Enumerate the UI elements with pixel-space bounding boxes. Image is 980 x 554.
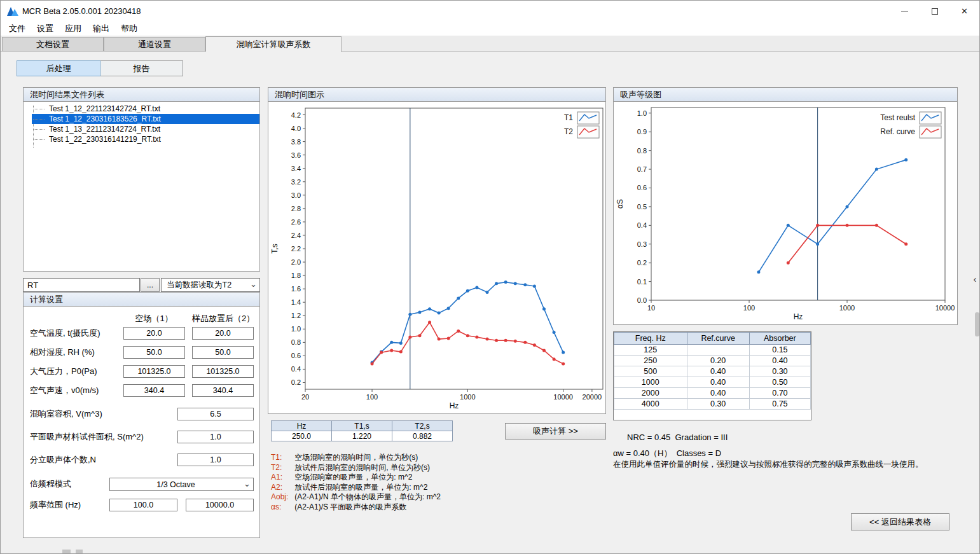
tab-reverb-absorption[interactable]: 混响室计算吸声系数 xyxy=(205,36,342,52)
rt-cursor-table-header: HzT1,sT2,s xyxy=(272,421,453,431)
table-row[interactable]: 2500.200.40 xyxy=(614,356,811,366)
x-axis-label: Hz xyxy=(450,401,459,410)
menu-settings[interactable]: 设置 xyxy=(31,22,59,36)
setting-input-empty-room[interactable] xyxy=(123,327,185,340)
data-point xyxy=(399,342,403,345)
x-axis-label: Hz xyxy=(794,312,803,321)
table-row[interactable]: 10000.400.50 xyxy=(614,377,811,388)
data-point xyxy=(553,357,556,361)
absorption-chart[interactable]: 0.00.10.20.30.40.50.60.70.80.91.01010010… xyxy=(614,102,957,324)
absorption-note-text: 在使用此单值评价量的时候，强烈建议与按照标准获得的完整的吸声系数曲线一块使用。 xyxy=(613,459,923,470)
data-read-select[interactable]: 当前数据读取为T2 ⌄ xyxy=(161,278,260,292)
column-header-with-sample: 样品放置后（2） xyxy=(188,313,259,324)
setting-label: 平面吸声材料试件面积, S(m^2) xyxy=(30,431,144,443)
data-point xyxy=(787,261,790,265)
data-point xyxy=(438,338,441,341)
setting-input-empty-room[interactable] xyxy=(123,346,185,359)
file-list-item[interactable]: Test 1_13_221123142724_RT.txt xyxy=(32,124,259,134)
app-icon xyxy=(6,5,19,17)
browse-button[interactable]: ... xyxy=(141,278,160,292)
calc-setting-row: 分立吸声体个数,N xyxy=(24,454,259,467)
rt-file-list[interactable]: Test 1_12_221123142724_RT.txtTest 1_12_2… xyxy=(24,102,259,271)
nrc-result-text: NRC = 0.45 Gradation = III xyxy=(627,433,728,442)
table-cell: 0.40 xyxy=(687,377,749,388)
table-cell: 4000 xyxy=(614,399,687,410)
window-title: MCR Beta 2.05.0.001 20230418 xyxy=(22,6,141,16)
setting-input-empty-room[interactable] xyxy=(123,384,185,397)
scrollbar-thumb[interactable] xyxy=(975,312,979,336)
back-to-results-button[interactable]: << 返回结果表格 xyxy=(851,513,949,530)
tab-channel-settings[interactable]: 通道设置 xyxy=(104,37,205,52)
setting-label: 大气压力，P0(Pa) xyxy=(30,365,97,378)
data-point xyxy=(408,335,411,338)
svg-text:100: 100 xyxy=(743,304,755,312)
chevron-down-icon: ⌄ xyxy=(244,479,251,488)
data-point xyxy=(447,307,450,310)
table-row[interactable]: 1250.15 xyxy=(614,345,811,356)
close-button[interactable]: ✕ xyxy=(949,1,979,22)
table-cell: 250 xyxy=(614,356,687,366)
collapse-panel-icon[interactable]: ‹ xyxy=(970,272,980,287)
table-row[interactable]: 40000.300.75 xyxy=(614,399,811,410)
svg-text:3.0: 3.0 xyxy=(291,191,301,199)
absorption-chart-title: 吸声等级图 xyxy=(614,88,957,102)
legend-label: T2 xyxy=(564,127,573,136)
cursor-value: 0.882 xyxy=(392,431,453,441)
rt-name-input[interactable] xyxy=(23,278,140,292)
column-header: T2,s xyxy=(392,421,453,431)
data-point xyxy=(514,340,517,343)
data-point xyxy=(428,321,431,324)
table-row[interactable]: 20000.400.70 xyxy=(614,388,811,399)
legend-note-line: Aobj: (A2-A1)/N 单个物体的吸声量，单位为: m^2 xyxy=(271,492,487,502)
setting-input-single[interactable] xyxy=(177,408,254,420)
file-list-item[interactable]: Test 1_12_230316183526_RT.txt xyxy=(32,114,259,124)
absorption-calc-button[interactable]: 吸声计算 >> xyxy=(505,423,606,440)
rt-chart[interactable]: 0.20.40.60.81.01.21.41.61.82.02.22.42.62… xyxy=(268,102,605,413)
setting-input-single[interactable] xyxy=(177,431,254,443)
svg-text:1000: 1000 xyxy=(460,393,475,401)
octave-mode-select[interactable]: 1/3 Octave ⌄ xyxy=(109,478,254,491)
svg-text:0.7: 0.7 xyxy=(637,165,647,173)
setting-input-with-sample[interactable] xyxy=(192,365,254,378)
subtab-postprocess[interactable]: 后处理 xyxy=(17,60,100,76)
svg-text:20: 20 xyxy=(301,393,309,401)
table-cell: 0.30 xyxy=(749,366,810,377)
table-cell: 0.75 xyxy=(749,399,810,410)
file-list-item[interactable]: Test 1_12_221123142724_RT.txt xyxy=(32,104,259,114)
calc-settings-panel: 计算设置 空场（1） 样品放置后（2） 倍频程模式 1/3 Octave ⌄ 频… xyxy=(23,292,260,538)
statusbar-remnant-icon xyxy=(62,550,71,554)
alpha-w-result-text: αw = 0.40（H） Classes = D xyxy=(613,448,721,459)
menu-file[interactable]: 文件 xyxy=(3,22,31,36)
subtab-report[interactable]: 报告 xyxy=(100,60,183,76)
svg-text:2.4: 2.4 xyxy=(291,232,301,239)
legend-note-line: A1: 空场混响室的吸声量，单位为: m^2 xyxy=(271,473,487,483)
freq-max-input[interactable] xyxy=(186,499,254,511)
setting-input-single[interactable] xyxy=(177,454,254,466)
table-cell xyxy=(687,345,749,356)
data-point xyxy=(542,349,546,352)
setting-input-with-sample[interactable] xyxy=(192,384,254,397)
setting-input-with-sample[interactable] xyxy=(192,327,254,340)
file-list-item[interactable]: Test 1_22_230316141219_RT.txt xyxy=(32,134,259,144)
data-point xyxy=(904,158,908,162)
table-cell: 0.40 xyxy=(749,356,810,366)
menu-help[interactable]: 帮助 xyxy=(115,22,143,36)
octave-mode-value: 1/3 Octave xyxy=(110,478,242,491)
minimize-button[interactable] xyxy=(890,1,920,22)
data-point xyxy=(787,224,790,227)
svg-text:10000: 10000 xyxy=(935,304,955,312)
tab-document-settings[interactable]: 文档设置 xyxy=(2,37,104,52)
setting-input-with-sample[interactable] xyxy=(192,346,254,359)
data-point xyxy=(495,339,498,342)
data-point xyxy=(390,349,393,352)
svg-text:0.4: 0.4 xyxy=(291,365,301,373)
setting-input-empty-room[interactable] xyxy=(123,365,185,378)
freq-min-input[interactable] xyxy=(109,499,177,511)
menu-apply[interactable]: 应用 xyxy=(59,22,87,36)
menu-output[interactable]: 输出 xyxy=(87,22,115,36)
table-row[interactable]: 5000.400.30 xyxy=(614,366,811,377)
data-point xyxy=(553,331,556,334)
maximize-button[interactable] xyxy=(920,1,949,22)
svg-text:0.8: 0.8 xyxy=(637,147,647,155)
data-point xyxy=(562,363,565,366)
